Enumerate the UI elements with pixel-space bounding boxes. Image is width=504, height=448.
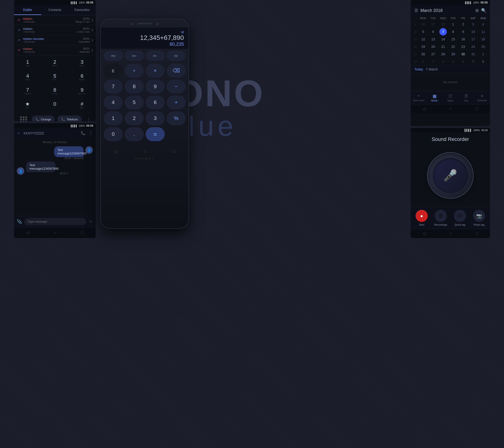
sms-input[interactable] — [24, 218, 86, 225]
calendar-menu-button[interactable]: ☰ — [414, 8, 418, 13]
cal-day[interactable]: 4 — [478, 20, 488, 28]
calc-divide-button[interactable]: ÷ — [125, 64, 144, 78]
recent-nav-button[interactable]: □ — [76, 229, 88, 236]
phone-recent-button[interactable]: □ — [173, 149, 176, 154]
cal-recent-button[interactable]: □ — [476, 107, 478, 111]
calc-plus-button[interactable]: + — [167, 95, 186, 109]
calc-backspace-button[interactable]: ⌫ — [167, 64, 186, 78]
key-6[interactable]: 6MNO — [73, 71, 91, 83]
cal-day[interactable]: 27 — [428, 20, 438, 28]
calendar-today-button[interactable]: Today — [414, 67, 423, 71]
calc-mr-button[interactable]: mr — [166, 51, 186, 61]
key-7[interactable]: 7PQRS — [18, 85, 37, 97]
call-info-button[interactable]: ℹ — [92, 18, 93, 22]
key-8[interactable]: 8TUV — [46, 85, 64, 97]
cal-day[interactable]: 2 — [458, 20, 468, 28]
cal-day[interactable]: 16 — [458, 36, 468, 43]
rec-recent-button[interactable]: □ — [476, 231, 478, 236]
call-telekom-button[interactable]: 📞 Telekom — [57, 115, 81, 121]
calc-2-button[interactable]: 2 — [125, 111, 144, 125]
cal-day[interactable]: 27 — [428, 50, 438, 58]
calendar-view-button[interactable]: ⊞ — [475, 8, 479, 13]
cal-tab-month[interactable]: ▦ Month — [427, 91, 442, 104]
cal-day-30[interactable]: 30 — [458, 50, 468, 58]
key-hash[interactable]: #(W) — [73, 99, 91, 111]
call-entry[interactable]: ✕ Hidden ▪ Slovensko 31/01 Rang 17 sec ℹ — [14, 15, 96, 25]
recorder-quicktag-button[interactable]: 🏷 Quick tag — [451, 210, 469, 226]
grid-button[interactable] — [19, 115, 27, 121]
sms-call-button[interactable]: 📞 — [81, 131, 85, 135]
cal-day[interactable]: 7 — [468, 58, 478, 65]
back-nav-button[interactable]: ◁ — [21, 229, 34, 236]
sms-attach-button[interactable]: 📎 — [17, 219, 22, 224]
calc-mminus-button[interactable]: m- — [145, 51, 165, 61]
cal-day[interactable]: 1 — [448, 20, 458, 28]
calc-dot-button[interactable]: . — [125, 127, 144, 141]
phone-home-button[interactable]: ○ — [144, 149, 146, 154]
calendar-search-button[interactable]: 🔍 — [481, 8, 486, 13]
cal-day[interactable]: 1 — [478, 50, 488, 58]
calc-c-button[interactable]: c — [104, 64, 123, 78]
calc-percent-button[interactable]: % — [167, 111, 186, 125]
calc-7-button[interactable]: 7 — [104, 80, 123, 93]
cal-day[interactable]: 24 — [468, 43, 478, 50]
calc-0-button[interactable]: 0 — [104, 127, 123, 141]
key-3[interactable]: 3DEF — [73, 57, 91, 69]
sms-back-button[interactable]: ← — [17, 131, 21, 136]
calc-mplus-button[interactable]: m+ — [125, 51, 144, 61]
cal-day[interactable]: 10 — [468, 28, 478, 36]
cal-day[interactable]: 14 — [438, 36, 448, 43]
cal-day[interactable]: 19 — [418, 43, 428, 50]
calc-4-button[interactable]: 4 — [104, 95, 123, 109]
calc-9-button[interactable]: 9 — [145, 80, 165, 93]
calc-minus-button[interactable]: − — [167, 80, 186, 93]
tab-contacts[interactable]: Contacts — [41, 5, 69, 15]
cal-day[interactable]: 18 — [478, 36, 488, 43]
cal-day[interactable]: 17 — [468, 36, 478, 43]
call-info-button[interactable]: ℹ — [92, 48, 93, 52]
cal-day[interactable]: 4 — [438, 58, 448, 65]
cal-day[interactable]: 26 — [418, 20, 428, 28]
key-1[interactable]: 1GQ — [18, 57, 37, 69]
cal-day[interactable]: 5 — [448, 58, 458, 65]
cal-day[interactable]: 9 — [458, 28, 468, 36]
phone-back-button[interactable]: ◁ — [114, 149, 117, 154]
cal-day[interactable]: 25 — [478, 43, 488, 50]
cal-tab-new-event[interactable]: + New event — [411, 91, 427, 104]
cal-day[interactable]: 20 — [428, 43, 438, 50]
calc-5-button[interactable]: 5 — [125, 95, 144, 109]
calc-1-button[interactable]: 1 — [104, 111, 123, 125]
key-9[interactable]: 9WXYZ — [73, 85, 91, 97]
cal-day[interactable]: 6 — [458, 58, 468, 65]
cal-day[interactable]: 8 — [448, 28, 458, 36]
calc-mc-button[interactable]: mc — [104, 51, 123, 61]
calc-6-button[interactable]: 6 — [145, 95, 165, 109]
tab-dialler[interactable]: Dialler — [14, 5, 41, 15]
tab-favourites[interactable]: Favourites — [68, 5, 96, 15]
cal-back-button[interactable]: ◁ — [423, 107, 426, 111]
home-nav-button[interactable]: ○ — [49, 229, 61, 236]
calc-equals-button[interactable]: = — [145, 127, 165, 141]
cal-day[interactable]: 3 — [428, 58, 438, 65]
cal-tab-day[interactable]: ☰ Day — [458, 91, 474, 104]
cal-day[interactable]: 12 — [418, 36, 428, 43]
cal-day[interactable]: 11 — [478, 28, 488, 36]
cal-day[interactable]: 13 — [428, 36, 438, 43]
call-entry[interactable]: ✕ Hidden ▪ Slovensko 30/01 Rejected ℹ — [14, 45, 96, 55]
cal-day-today[interactable]: 7 — [439, 28, 447, 36]
cal-home-button[interactable]: ○ — [450, 107, 452, 111]
cal-day[interactable]: 22 — [448, 43, 458, 50]
cal-day[interactable]: 21 — [438, 43, 448, 50]
key-star[interactable]: ★(P) — [18, 99, 37, 111]
recorder-recordings-button[interactable]: ☰ Recordings — [432, 210, 450, 226]
key-2[interactable]: 2ABC — [46, 57, 64, 69]
cal-day[interactable]: 29 — [448, 50, 458, 58]
sms-emoji-button[interactable]: ☺ — [89, 219, 93, 224]
key-5[interactable]: 5JKL — [46, 71, 64, 83]
key-0[interactable]: 0+ — [46, 99, 64, 111]
cal-day[interactable]: 28 — [438, 20, 448, 28]
rec-home-button[interactable]: ○ — [450, 231, 452, 236]
cal-day[interactable]: 31 — [468, 50, 478, 58]
cal-day[interactable]: 23 — [458, 43, 468, 50]
rec-back-button[interactable]: ◁ — [423, 231, 426, 236]
